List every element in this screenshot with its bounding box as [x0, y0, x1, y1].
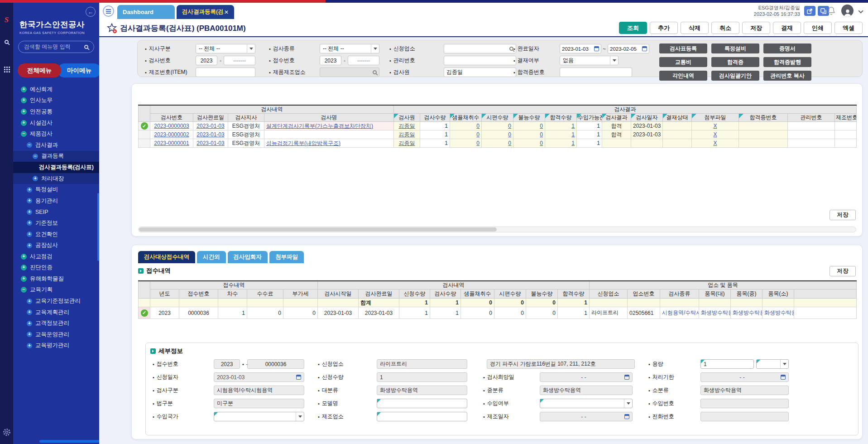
tab-overtime[interactable]: 시간외	[197, 251, 226, 263]
grid-save-button[interactable]: 저장	[830, 210, 856, 220]
tab-receipt-detail[interactable]: 검사대상접수내역	[138, 251, 195, 263]
search-button[interactable]: 조회	[619, 22, 647, 34]
column-header[interactable]: 합격수량	[545, 114, 577, 122]
cell[interactable]: 0	[482, 122, 513, 130]
column-header[interactable]: 시편수량	[482, 114, 513, 122]
expand-icon[interactable]	[27, 309, 32, 315]
column-header[interactable]: 신청업소	[590, 290, 628, 299]
column-header[interactable]: 합격수량	[558, 290, 590, 299]
column-header[interactable]: 관리번호	[788, 114, 835, 122]
column-header[interactable]: 검사지사	[228, 114, 264, 122]
expand-icon[interactable]	[33, 176, 38, 181]
model-name-input[interactable]	[377, 399, 467, 408]
column-header[interactable]: 합격증번호	[739, 114, 788, 122]
tab-current-page[interactable]: 검사결과등록(검사	[177, 5, 234, 19]
cell[interactable]: 성능검정기록부(내압방폭구조)	[264, 139, 394, 148]
cancel-button[interactable]: 취소	[711, 22, 739, 34]
collapse-icon[interactable]	[33, 154, 38, 159]
cell[interactable]: 2023-01-03	[193, 139, 228, 148]
column-header[interactable]: 검사일자	[631, 114, 663, 122]
favorite-star-icon[interactable]	[106, 23, 117, 35]
expand-icon[interactable]	[21, 254, 27, 260]
import-yn-select[interactable]	[540, 399, 633, 408]
notifications-bell-icon[interactable]	[827, 6, 835, 16]
cell[interactable]: 0	[482, 130, 513, 139]
sidebar-item[interactable]: 고객정보관리	[13, 318, 99, 329]
maker-input[interactable]	[377, 412, 467, 421]
sidebar-item[interactable]: 교육기준정보관리	[13, 295, 99, 307]
sidebar-vertical-scrollbar[interactable]	[97, 193, 99, 261]
sidebar-item[interactable]: 교육운영관리	[13, 329, 99, 340]
add-button[interactable]: 추가	[650, 22, 678, 34]
cell[interactable]: 2023-0000003	[150, 122, 193, 130]
date-from-input[interactable]: 2023-01-03	[560, 44, 601, 53]
table-row[interactable]: 2023-0000001 2023-01-03 ESG경영처 성능검정기록부(내…	[139, 139, 857, 148]
column-header[interactable]: 첨부파일	[692, 114, 739, 122]
date-to-input[interactable]: 2023-02-05	[608, 44, 649, 53]
column-header[interactable]: 년도	[150, 290, 179, 299]
expand-icon[interactable]	[21, 276, 27, 282]
apps-grid-icon[interactable]	[0, 66, 13, 72]
sidebar-item[interactable]: 처리대장	[13, 173, 99, 184]
all-menu-tab[interactable]: 전체메뉴	[18, 63, 61, 77]
column-header[interactable]: 검사완료일	[359, 290, 399, 299]
column-header[interactable]: 차수	[218, 290, 247, 299]
cell[interactable]: 0	[513, 139, 545, 148]
sidebar-item[interactable]: 기준정보	[13, 217, 99, 229]
cell[interactable]: 김종일	[394, 139, 420, 148]
avatar[interactable]	[841, 5, 854, 17]
column-header[interactable]: 접수번호	[179, 290, 218, 299]
cell[interactable]: 2023-01-03	[193, 130, 228, 139]
row-select-cell[interactable]	[139, 307, 150, 319]
receipt-no-year-input[interactable]	[320, 56, 341, 65]
pass-cert-issue-button[interactable]: 합격증발행	[763, 57, 811, 67]
wish-date-field[interactable]: - -	[540, 372, 633, 382]
column-header[interactable]: 검사시작일	[318, 290, 359, 299]
column-header[interactable]: 시편수량	[494, 290, 526, 299]
search-icon[interactable]	[0, 40, 13, 44]
special-facility-button[interactable]: 특정설비	[711, 43, 759, 53]
column-header[interactable]: 수수료	[247, 290, 283, 299]
cell[interactable]: 0	[450, 139, 482, 148]
column-header[interactable]: 샘플채취수	[461, 290, 494, 299]
cell[interactable]: 2023-0000002	[150, 130, 193, 139]
expand-icon[interactable]	[27, 220, 32, 226]
engraving-button[interactable]: 각인내역	[659, 71, 707, 81]
column-header[interactable]: 검사종류	[660, 290, 699, 299]
applicant-search-input[interactable]	[444, 44, 516, 53]
row-select-cell[interactable]	[139, 122, 150, 130]
cell[interactable]: 2023-01-03	[193, 122, 228, 130]
calendar-icon[interactable]	[781, 375, 786, 380]
attachment-cell[interactable]: X	[692, 139, 739, 148]
row-select-cell[interactable]	[139, 130, 150, 139]
import-country-select[interactable]	[214, 412, 304, 421]
cell[interactable]: 0	[450, 130, 482, 139]
inspection-no-seq-input[interactable]	[224, 56, 255, 65]
expand-icon[interactable]	[27, 187, 32, 193]
sidebar-item[interactable]: SEIP	[13, 207, 99, 218]
expand-icon[interactable]	[21, 109, 27, 115]
capacity-input[interactable]: 1	[700, 359, 754, 369]
cell[interactable]: 0	[450, 122, 482, 130]
hamburger-menu-icon[interactable]	[103, 5, 114, 17]
menu-search-input[interactable]: 검색할 메뉴명 입력	[18, 41, 94, 53]
certificate-doc-button[interactable]: 증명서	[763, 43, 811, 53]
chevron-down-icon[interactable]	[858, 8, 863, 13]
expand-icon[interactable]	[27, 332, 32, 337]
expand-icon[interactable]	[27, 299, 32, 304]
deadline-field[interactable]: - -	[700, 372, 789, 382]
scrollbar-thumb[interactable]	[139, 227, 497, 232]
settings-gear-icon[interactable]	[0, 428, 13, 437]
branch-select[interactable]: -- 전체 --	[196, 44, 255, 53]
calendar-icon[interactable]	[642, 46, 647, 51]
cert-no-input[interactable]	[560, 68, 632, 77]
save-button[interactable]: 저장	[742, 22, 770, 34]
search-icon[interactable]	[509, 47, 513, 51]
table-row[interactable]: 2023 0000036 1 0 0 2023-01-03 2023-01-03…	[139, 307, 857, 319]
sidebar-item[interactable]: 제품검사	[13, 128, 99, 140]
manage-no-input[interactable]	[444, 56, 516, 65]
column-header[interactable]: 불능수량	[513, 114, 545, 122]
cell[interactable]: 1	[545, 122, 577, 130]
cell[interactable]: 설계단계검사기록부(가스누출경보차단장치)	[264, 122, 394, 130]
calendar-icon[interactable]	[594, 46, 599, 51]
